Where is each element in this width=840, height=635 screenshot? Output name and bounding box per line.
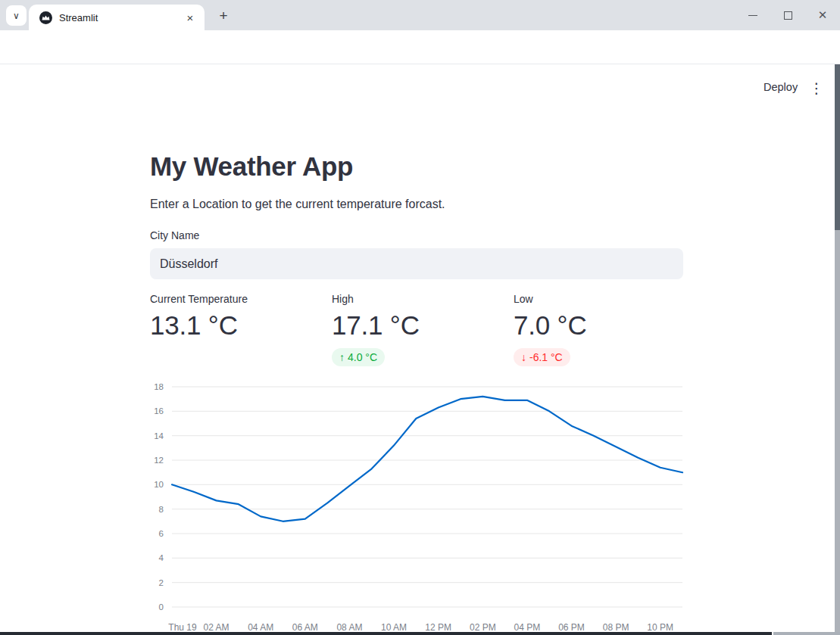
page-title: My Weather App <box>150 151 353 182</box>
svg-text:2: 2 <box>159 578 164 587</box>
svg-text:16: 16 <box>154 406 164 416</box>
svg-text:08 AM: 08 AM <box>336 622 362 633</box>
streamlit-menu-button[interactable]: ⋮ <box>809 78 824 98</box>
svg-text:08 PM: 08 PM <box>603 622 629 633</box>
chevron-down-icon: ∨ <box>13 11 20 21</box>
window-controls: ✕ <box>735 0 840 30</box>
delta-badge-up: ↑ 4.0 °C <box>332 348 385 366</box>
maximize-button[interactable] <box>770 0 805 30</box>
svg-text:04 PM: 04 PM <box>514 622 541 633</box>
metric-label: Current Temperature <box>150 293 320 305</box>
svg-text:0: 0 <box>159 602 164 612</box>
minimize-button[interactable] <box>735 0 770 30</box>
browser-toolbar: ← → ⟳ i localhost:8501 ☆ ⋮ <box>0 30 840 64</box>
tab-close-icon[interactable]: × <box>183 11 197 24</box>
city-name-label: City Name <box>150 229 199 241</box>
browser-titlebar: ∨ Streamlit × + ✕ <box>0 0 840 30</box>
delta-value: 4.0 °C <box>348 351 377 363</box>
page-subtitle: Enter a Location to get the current temp… <box>150 198 445 211</box>
metric-label: High <box>332 293 501 305</box>
tab-search-button[interactable]: ∨ <box>6 5 27 26</box>
metric-label: Low <box>514 293 683 305</box>
city-name-input[interactable] <box>150 248 683 279</box>
kebab-menu-icon: ⋮ <box>810 79 824 97</box>
svg-text:8: 8 <box>159 505 164 514</box>
delta-value: -6.1 °C <box>529 351 563 363</box>
metric-value: 17.1 °C <box>332 310 501 341</box>
taskbar-edge <box>0 632 772 635</box>
tab-title: Streamlit <box>59 12 183 23</box>
metric-value: 13.1 °C <box>150 310 320 341</box>
maximize-icon <box>784 11 792 20</box>
delta-badge-down: ↓ -6.1 °C <box>514 348 570 366</box>
temperature-line-chart: 024681012141618Thu 1902 AM04 AM06 AM08 A… <box>144 375 693 635</box>
temperature-chart: 024681012141618Thu 1902 AM04 AM06 AM08 A… <box>144 375 693 635</box>
metric-low: Low 7.0 °C ↓ -6.1 °C <box>514 293 683 366</box>
svg-text:18: 18 <box>154 382 164 391</box>
svg-text:12 PM: 12 PM <box>425 622 451 633</box>
svg-text:02 AM: 02 AM <box>204 622 230 633</box>
page-scrollbar-thumb[interactable] <box>835 64 840 230</box>
metric-current-temperature: Current Temperature 13.1 °C <box>150 293 320 341</box>
svg-text:10: 10 <box>154 480 164 489</box>
svg-text:12: 12 <box>154 456 164 465</box>
svg-text:6: 6 <box>159 529 164 538</box>
svg-text:02 PM: 02 PM <box>470 622 496 633</box>
close-icon: ✕ <box>818 8 828 22</box>
browser-tab-streamlit[interactable]: Streamlit × <box>29 5 205 30</box>
svg-text:Thu 19: Thu 19 <box>168 622 197 633</box>
svg-text:06 PM: 06 PM <box>558 622 585 633</box>
plus-icon: + <box>219 8 227 24</box>
svg-text:14: 14 <box>154 431 164 440</box>
streamlit-favicon-icon <box>39 11 52 24</box>
close-button[interactable]: ✕ <box>805 0 840 30</box>
deploy-button[interactable]: Deploy <box>763 81 798 93</box>
arrow-up-icon: ↑ <box>339 351 345 363</box>
svg-text:10 AM: 10 AM <box>381 622 407 633</box>
svg-text:4: 4 <box>159 553 164 562</box>
svg-text:06 AM: 06 AM <box>292 622 318 633</box>
svg-text:04 AM: 04 AM <box>248 622 273 633</box>
taskbar-edge-right <box>773 632 840 635</box>
metric-value: 7.0 °C <box>514 310 683 341</box>
arrow-down-icon: ↓ <box>521 351 526 363</box>
minimize-icon <box>748 15 757 16</box>
new-tab-button[interactable]: + <box>214 6 233 26</box>
svg-text:10 PM: 10 PM <box>647 622 673 633</box>
metric-high: High 17.1 °C ↑ 4.0 °C <box>332 293 501 366</box>
